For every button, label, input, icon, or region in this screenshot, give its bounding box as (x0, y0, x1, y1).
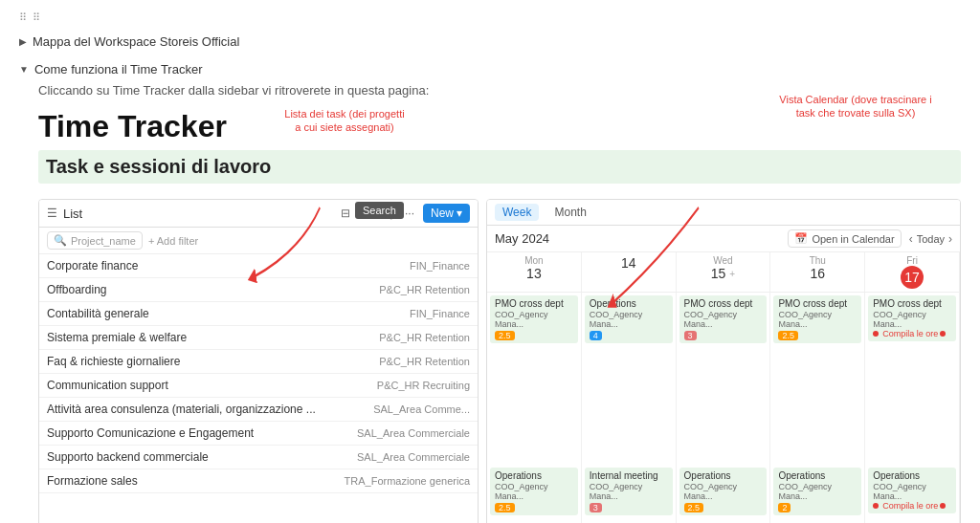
search-tooltip: Search (355, 202, 404, 219)
day-headers: Mon 13 14 Wed 15 + (487, 252, 960, 293)
drag-handle: ⠿ ⠿ (19, 11, 961, 24)
outline-label-2: Come funziona il Time Tracker (34, 62, 203, 76)
tab-week[interactable]: Week (495, 204, 539, 221)
list-icon: ☰ (47, 207, 57, 220)
list-label: List (63, 207, 332, 221)
sub-content: Cliccando su Time Tracker dalla sidebar … (19, 83, 961, 523)
filter-input[interactable]: 🔍 Project_name (47, 231, 143, 250)
table-row[interactable]: Corporate finance FIN_Finance (39, 254, 478, 278)
cal-grid: PMO cross dept COO_Agency Mana... 2.5 Op… (487, 293, 960, 465)
day-header-fri: Fri 17 (865, 252, 960, 292)
cal-col2-17: Operations COO_Agency Mana... Compila le… (865, 465, 960, 523)
outline-section: ▶ Mappa del Workspace Storeis Official ▼… (19, 32, 961, 523)
main-content-area: ☰ List ⊟ ↕ 🔍 ··· New ▾ Search (38, 199, 961, 523)
cal-col2-13: Operations COO_Agency Mana... 2.5 (487, 465, 582, 523)
cal-event[interactable]: PMO cross dept COO_Agency Mana... 2.5 (490, 295, 578, 343)
more-btn[interactable]: ··· (402, 205, 417, 222)
day-header-mon: Mon 13 (487, 252, 582, 292)
dot-icon-3 (873, 503, 879, 509)
cal-event[interactable]: Operations COO_Agency Mana... Compila le… (868, 468, 956, 513)
table-row[interactable]: Attività area consulenza (materiali, org… (39, 398, 478, 422)
cal-month-label: May 2024 (495, 231, 549, 246)
nav-prev-btn[interactable]: ‹ (909, 232, 913, 246)
calendar-icon: 📅 (794, 232, 808, 245)
outline-item-1[interactable]: ▶ Mappa del Workspace Storeis Official (19, 32, 961, 52)
table-row[interactable]: Sistema premiale & welfare P&C_HR Retent… (39, 326, 478, 350)
day-header-thu: Thu 16 (770, 252, 865, 292)
add-day-btn[interactable]: + (729, 269, 735, 279)
dot-icon-4 (940, 503, 946, 509)
drag-dots-2: ⠿ (33, 11, 40, 24)
cal-event[interactable]: Operations COO_Agency Mana... 2.5 (679, 468, 768, 515)
cal-event[interactable]: PMO cross dept COO_Agency Mana... 3 (679, 295, 768, 343)
new-button[interactable]: New ▾ (423, 204, 470, 223)
add-filter-btn[interactable]: + Add filter (148, 235, 198, 247)
table-row[interactable]: Supporto backend commerciale SAL_Area Co… (39, 446, 478, 469)
collapse-arrow-1: ▶ (19, 36, 27, 47)
cal-col-15: PMO cross dept COO_Agency Mana... 3 (677, 293, 771, 465)
cal-event[interactable]: Operations COO_Agency Mana... 4 (585, 295, 673, 343)
annotation-left: Lista dei task (dei progetti a cui siete… (282, 107, 407, 135)
outline-item-2[interactable]: ▼ Come funziona il Time Tracker (19, 59, 961, 79)
cal-toolbar: Week Month (487, 200, 960, 226)
search-icon-small: 🔍 (54, 234, 67, 247)
cal-col-16: PMO cross dept COO_Agency Mana... 2.5 (770, 293, 865, 465)
cal-event[interactable]: PMO cross dept COO_Agency Mana... 2.5 (773, 295, 861, 343)
open-in-calendar-btn[interactable]: 📅 Open in Calendar (788, 229, 901, 248)
list-rows-container: Corporate finance FIN_Finance Offboardin… (39, 254, 478, 493)
nav-next-btn[interactable]: › (948, 232, 952, 246)
table-row[interactable]: Communication support P&C_HR Recruiting (39, 374, 478, 398)
task-section-heading: Task e sessioni di lavoro (38, 150, 961, 184)
list-toolbar: ☰ List ⊟ ↕ 🔍 ··· New ▾ Search (39, 200, 478, 228)
collapse-arrow-2: ▼ (19, 64, 29, 75)
dot-icon (873, 331, 879, 337)
today-nav: ‹ Today › (909, 232, 952, 246)
calendar-panel: Week Month May 2024 📅 Open in Calendar (486, 199, 961, 523)
cal-event[interactable]: Operations COO_Agency Mana... 2 (773, 468, 861, 515)
annotation-right: Vista Calendar (dove trascinare i task c… (779, 93, 932, 120)
cal-col2-15: Operations COO_Agency Mana... 2.5 (677, 465, 771, 523)
outline-label-1: Mappa del Workspace Storeis Official (33, 34, 239, 49)
filter-btn[interactable]: ⊟ (338, 205, 353, 222)
day-header-14: 14 (582, 252, 677, 292)
tab-month[interactable]: Month (546, 204, 593, 221)
cal-col2-16: Operations COO_Agency Mana... 2 (770, 465, 865, 523)
cal-col-13: PMO cross dept COO_Agency Mana... 2.5 (487, 293, 582, 465)
cal-event[interactable]: Internal meeting COO_Agency Mana... 3 (585, 468, 673, 515)
list-panel: ☰ List ⊟ ↕ 🔍 ··· New ▾ Search (38, 199, 479, 523)
dot-icon-2 (940, 331, 946, 337)
drag-dots: ⠿ (19, 11, 27, 24)
table-row[interactable]: Supporto Comunicazione e Engagement SAL_… (39, 422, 478, 446)
cal-col-17: PMO cross dept COO_Agency Mana... Compil… (865, 293, 960, 465)
cal-header-row: May 2024 📅 Open in Calendar ‹ Today › (487, 226, 960, 252)
page-container: ⠿ ⠿ ▶ Mappa del Workspace Storeis Offici… (0, 0, 980, 523)
filter-row: 🔍 Project_name + Add filter (39, 228, 478, 254)
day-header-wed: Wed 15 + (677, 252, 771, 292)
cal-col2-14: Internal meeting COO_Agency Mana... 3 (582, 465, 677, 523)
table-row[interactable]: Offboarding P&C_HR Retention (39, 278, 478, 302)
cal-event[interactable]: PMO cross dept COO_Agency Mana... Compil… (868, 295, 956, 341)
table-row[interactable]: Contabilità generale FIN_Finance (39, 302, 478, 326)
table-row[interactable]: Faq & richieste giornaliere P&C_HR Reten… (39, 350, 478, 374)
cal-event[interactable]: Operations COO_Agency Mana... 2.5 (490, 468, 578, 515)
cal-col-14: Operations COO_Agency Mana... 4 (582, 293, 677, 465)
cal-grid-row2: Operations COO_Agency Mana... 2.5 Intern… (487, 465, 960, 523)
table-row[interactable]: Formazione sales TRA_Formazione generica (39, 469, 478, 493)
